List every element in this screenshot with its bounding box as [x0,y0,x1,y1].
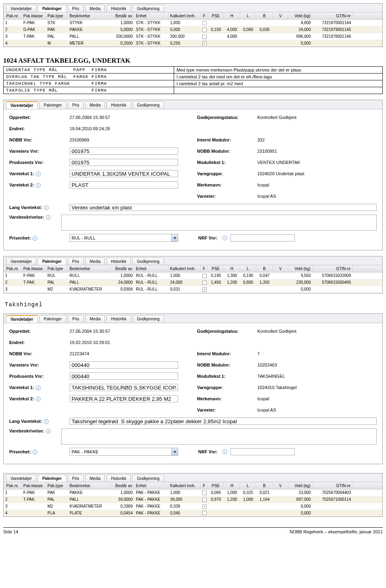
checkbox-icon[interactable] [202,511,207,515]
column-header[interactable]: H [224,482,240,489]
prisenhet-select[interactable]: PAK - PAKKE [70,448,178,456]
column-header[interactable]: F [201,265,208,272]
checkbox-icon[interactable] [202,287,207,292]
tab-godkjenning[interactable]: Godkjenning [133,315,164,323]
tab-media[interactable]: Media [85,101,105,109]
column-header[interactable]: H [224,12,240,19]
column-header[interactable]: B [256,482,273,489]
column-header[interactable]: Beskrivelse [68,12,110,19]
tab-pris[interactable]: Pris [68,258,84,265]
tab-pris[interactable]: Pris [68,5,84,12]
table-row[interactable]: 2D-PAKPAKPAKKE5,0000STK - STYKK5,0000,15… [4,27,382,33]
column-header[interactable]: V [273,265,288,272]
checkbox-icon[interactable] [202,41,207,45]
tab-godkjenning[interactable]: Godkjenning [132,475,164,482]
nrf-vnr-input[interactable] [230,448,295,455]
column-header[interactable]: L [240,12,256,19]
tab-historikk[interactable]: Historikk [107,475,131,482]
tab-varedetaljer[interactable]: Varedetaljer [6,5,36,12]
column-header[interactable]: Enhet [134,12,168,19]
column-header[interactable]: PSE [208,482,224,489]
column-header[interactable]: Pak.type [46,265,68,272]
tab-varedetaljer[interactable]: Varedetaljer [6,475,36,482]
column-header[interactable]: PSE [208,12,224,19]
table-row[interactable]: 2T-PAKPALPALL39,0000PAK - PAKKE39,0000,9… [4,496,382,503]
tab-media[interactable]: Media [85,258,105,265]
tab-media[interactable]: Media [85,475,105,482]
tab-varedetaljer[interactable]: Varedetaljer [6,315,38,323]
column-header[interactable]: Kalkulert innh. [168,12,201,19]
vareeiers-vnr-input[interactable] [70,148,178,155]
column-header[interactable]: Pak.nr. [4,12,22,19]
table-row[interactable]: 3M2KVADRATMETER0,0308RUL - RULL0,0310,00… [4,286,382,293]
table-row[interactable]: 1F-PAKPAKPAKKE1,0000PAK - PAKKE1,0000,06… [4,490,382,496]
prisenhet-select[interactable]: RUL - RULL [70,234,178,242]
checkbox-icon[interactable] [202,504,207,509]
checkbox-icon[interactable] [202,491,207,495]
column-header[interactable]: L [240,265,256,272]
column-header[interactable]: Vekt (kg) [288,482,312,489]
column-header[interactable]: Pak.nr. [4,265,22,272]
column-header[interactable]: GTIN-nr [312,265,353,272]
nrf-vnr-input[interactable] [230,234,295,242]
tab-godkjenning[interactable]: Godkjenning [132,258,164,265]
table-row[interactable]: 4PLAPLATE0,0454PAK - PAKKE0,0450,000 [4,510,382,517]
table-row[interactable]: 3M2KVADRATMETER0,3389PAK - PAKKE0,3390,0… [4,503,382,510]
column-header[interactable]: Beskrivelse [68,265,110,272]
varetekst1-input[interactable] [70,384,178,391]
tab-pakninger[interactable]: Pakninger [38,475,66,482]
column-header[interactable]: Pak.klasse [22,12,46,19]
column-header[interactable]: B [256,265,273,272]
varetekst2-input[interactable] [70,181,178,188]
table-row[interactable]: 1F-PAKRULRULL1,0000RUL - RULL1,0000,1901… [4,272,382,279]
column-header[interactable]: Pak.nr. [4,482,22,489]
column-header[interactable]: V [273,12,288,19]
checkbox-icon[interactable] [202,35,207,39]
column-header[interactable]: Kalkulert innh. [168,482,201,489]
varetekst2-input[interactable] [70,395,178,402]
column-header[interactable]: Beskrivelse [68,482,110,489]
tab-media[interactable]: Media [85,5,105,12]
tab-historikk[interactable]: Historikk [107,101,131,109]
column-header[interactable]: L [240,482,256,489]
tab-pris[interactable]: Pris [68,315,84,323]
tab-media[interactable]: Media [85,315,105,323]
checkbox-icon[interactable] [202,28,207,32]
column-header[interactable]: PSE [208,265,224,272]
produsents-vnr-input[interactable] [70,159,178,166]
column-header[interactable]: F [201,482,208,489]
tab-pakninger[interactable]: Pakninger [38,5,66,12]
column-header[interactable]: Pak.klasse [22,265,46,272]
lang-varetekst-input[interactable] [70,418,377,425]
column-header[interactable]: B [256,12,273,19]
produsents-vnr-input[interactable] [70,373,178,380]
column-header[interactable]: Pak.klasse [22,482,46,489]
table-row[interactable]: 4MMETER0,2500STK - STYKK0,2500,000 [4,40,382,47]
column-header[interactable]: Enhet [134,482,168,489]
tab-godkjenning[interactable]: Godkjenning [132,5,164,12]
column-header[interactable]: Kalkulert innh. [168,265,201,272]
varetekst1-input[interactable] [70,170,178,177]
tab-godkjenning[interactable]: Godkjenning [133,101,164,109]
table-row[interactable]: 3T-PAKPALPALL200,0000STK - STYKK200,0004… [4,33,382,40]
tab-pakninger[interactable]: Pakninger [39,101,66,109]
column-header[interactable]: Vekt (kg) [288,265,312,272]
column-header[interactable]: Pak.type [46,482,68,489]
checkbox-icon[interactable] [202,21,207,25]
column-header[interactable]: Pak.type [46,12,68,19]
column-header[interactable]: Består av [110,482,134,489]
column-header[interactable]: Enhet [134,265,168,272]
tab-varedetaljer[interactable]: Varedetaljer [6,101,38,109]
tab-pris[interactable]: Pris [68,101,84,109]
column-header[interactable]: Vekt (kg) [288,12,312,19]
varebeskrivelse-textarea[interactable] [61,215,377,231]
tab-historikk[interactable]: Historikk [107,315,131,323]
column-header[interactable]: V [273,482,288,489]
varebeskrivelse-textarea[interactable] [61,428,377,445]
tab-historikk[interactable]: Historikk [107,5,131,12]
lang-varetekst-input[interactable] [70,204,377,211]
table-row[interactable]: 2T-PAKPALPALL24,0000RUL - RULL24,0001,45… [4,279,382,286]
checkbox-icon[interactable] [202,281,207,285]
tab-pakninger[interactable]: Pakninger [38,258,66,265]
column-header[interactable]: H [224,265,240,272]
